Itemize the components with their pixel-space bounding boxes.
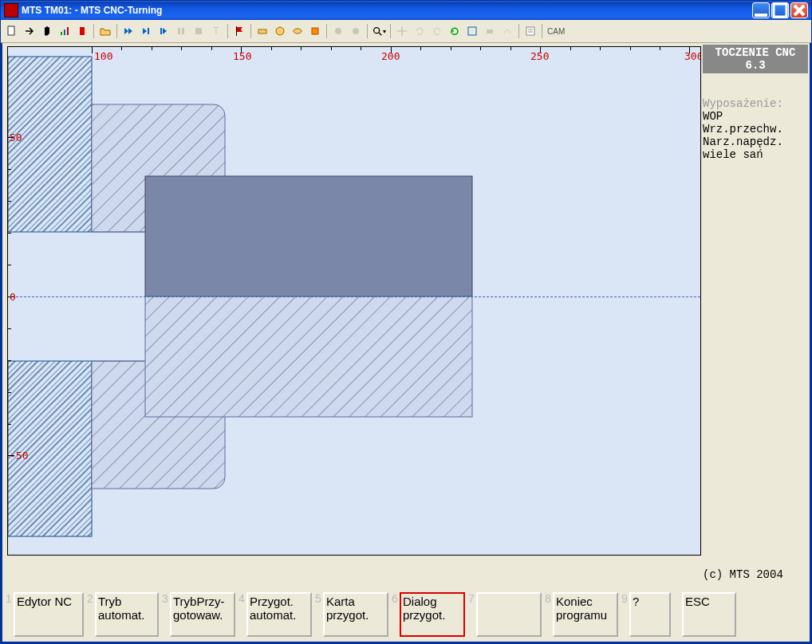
svg-rect-8	[160, 28, 162, 34]
fkey-button[interactable]: Dialogprzygot.	[400, 592, 465, 637]
side-item: WOP	[703, 110, 808, 123]
text-icon[interactable]: T	[208, 23, 224, 39]
side-group-label: Wyposażenie:	[703, 97, 808, 110]
svg-line-20	[379, 33, 382, 36]
fkey-button[interactable]: Kartaprzygot.	[323, 592, 388, 637]
zoom-icon[interactable]: ▾	[371, 23, 387, 39]
ruler-x-label: 150	[233, 50, 251, 62]
svg-point-15	[294, 29, 302, 33]
svg-rect-16	[312, 28, 318, 34]
toolbar: T ▾ CAM	[1, 20, 811, 43]
fkey-number: 9	[621, 592, 628, 605]
fkey-button[interactable]: ESC	[682, 592, 736, 637]
new-file-icon[interactable]	[4, 23, 20, 39]
title-bar[interactable]: MTS TM01: - MTS CNC-Turning	[1, 1, 811, 20]
view1-icon[interactable]	[464, 23, 480, 39]
square-icon[interactable]	[191, 23, 207, 39]
svg-rect-12	[236, 26, 237, 36]
client-area: 100 150 200 250 300	[1, 43, 811, 643]
fkey-label: Dialog	[403, 595, 462, 609]
chart-icon[interactable]	[57, 23, 73, 39]
refresh-icon[interactable]	[447, 23, 463, 39]
svg-rect-10	[182, 28, 184, 34]
svg-rect-4	[64, 29, 65, 35]
fkey-number: 1	[6, 592, 12, 605]
fkey-label: Tryb	[98, 595, 156, 609]
step-forward-icon[interactable]	[138, 23, 154, 39]
fkey-label: Przygot.	[250, 595, 309, 609]
rotate2-icon[interactable]	[429, 23, 445, 39]
view2-icon[interactable]	[482, 23, 498, 39]
fkey-button[interactable]	[476, 592, 542, 637]
ruler-x-label: 100	[94, 50, 112, 62]
ruler-x-label: 250	[530, 50, 549, 62]
arrow-right-icon[interactable]	[22, 23, 37, 39]
svg-rect-7	[148, 28, 149, 34]
ruler-y: 50 0 -50	[8, 47, 27, 555]
fkey-button[interactable]: Przygot.automat.	[246, 592, 312, 637]
tool3-icon[interactable]	[290, 23, 305, 39]
svg-rect-3	[61, 32, 62, 35]
ruler-x-label: 200	[381, 50, 400, 62]
hand-icon[interactable]	[39, 23, 55, 39]
fkey-button[interactable]: Trybautomat.	[95, 592, 159, 637]
fkey-number: 4	[238, 592, 245, 605]
fkey-label: Koniec	[556, 595, 615, 609]
ruler-y-label: 50	[10, 132, 22, 143]
close-button[interactable]	[790, 2, 808, 18]
fkey-label: automat.	[98, 609, 156, 622]
fkey-number: 6	[392, 592, 398, 605]
workpiece-icon	[8, 47, 701, 556]
svg-point-17	[335, 28, 341, 34]
svg-rect-21	[468, 27, 476, 35]
ruler-y-label: -50	[10, 450, 28, 461]
move-icon[interactable]	[394, 23, 410, 39]
fkey-button[interactable]: Edytor NC	[14, 592, 84, 637]
settings-icon[interactable]	[522, 23, 538, 39]
fkey-number: 5	[315, 592, 321, 605]
process1-icon[interactable]	[330, 23, 346, 39]
fkey-label: ESC	[685, 595, 733, 609]
fkey-number: 3	[162, 592, 168, 605]
fkey-label: Edytor NC	[17, 595, 81, 609]
fkey-label: przygot.	[403, 609, 462, 622]
svg-rect-23	[526, 27, 534, 35]
fkey-button[interactable]: ?	[629, 592, 671, 637]
svg-rect-6	[80, 27, 85, 35]
side-panel: TOCZENIE CNC 6.3 Wyposażenie: WOP Wrz.pr…	[701, 43, 810, 587]
side-item: Narz.napędz.	[703, 135, 808, 148]
svg-rect-1	[774, 4, 786, 17]
view3-icon[interactable]	[499, 23, 515, 39]
ruler-x-label: 300	[684, 50, 701, 62]
svg-rect-11	[195, 28, 202, 34]
stop-icon[interactable]	[74, 23, 90, 39]
rotate1-icon[interactable]	[412, 23, 428, 39]
svg-rect-5	[67, 27, 69, 35]
step-end-icon[interactable]	[156, 23, 171, 39]
center-axis-line	[8, 296, 700, 297]
app-window: MTS TM01: - MTS CNC-Turning T ▾	[0, 0, 812, 644]
tool2-icon[interactable]	[272, 23, 288, 39]
svg-rect-0	[755, 14, 767, 17]
side-title-line2: 6.3	[703, 59, 808, 72]
app-icon	[4, 3, 18, 18]
fkey-label: automat.	[250, 609, 309, 622]
minimize-button[interactable]	[752, 2, 770, 18]
fkey-label: Karta	[326, 595, 385, 609]
open-folder-icon[interactable]	[97, 23, 113, 39]
fkey-number: 7	[468, 592, 475, 605]
drawing-canvas[interactable]: 100 150 200 250 300	[7, 46, 701, 556]
pause-icon[interactable]	[173, 23, 189, 39]
tool1-icon[interactable]	[254, 23, 270, 39]
fast-forward-icon[interactable]	[120, 23, 136, 39]
svg-rect-9	[178, 28, 180, 34]
fkey-label: TrybPrzy-	[173, 595, 232, 609]
fkey-button[interactable]: Koniecprogramu	[553, 592, 618, 637]
process2-icon[interactable]	[348, 23, 364, 39]
flag-icon[interactable]	[231, 23, 247, 39]
fkey-button[interactable]: TrybPrzy-gotowaw.	[170, 592, 235, 637]
svg-point-19	[374, 28, 380, 33]
cam-label[interactable]: CAM	[547, 27, 565, 36]
tool4-icon[interactable]	[307, 23, 323, 39]
maximize-button[interactable]	[771, 2, 789, 18]
